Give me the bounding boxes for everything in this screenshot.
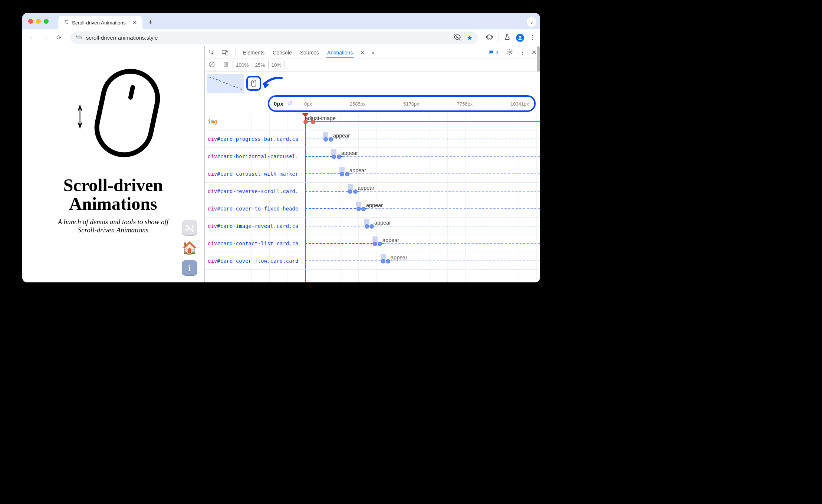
timeline-row[interactable]: div#card-progress-bar.card.caappear <box>205 130 540 148</box>
keyframe-marker[interactable] <box>365 224 369 229</box>
settings-gear-icon[interactable] <box>506 49 513 56</box>
tab-title: Scroll-driven Animations <box>72 20 126 26</box>
mouse-outline-icon <box>89 63 165 163</box>
ruler-ticks: 0px 2585px 5170px 7756px 10341px <box>304 101 529 107</box>
timeline-row[interactable]: div#card-horizontal-carousel.appear <box>205 148 540 165</box>
browser-tab[interactable]: Scroll-driven Animations ✕ <box>58 16 142 29</box>
row-track: appear <box>305 130 540 147</box>
timeline-row[interactable]: imgadjust-image <box>205 113 540 130</box>
window-controls <box>28 19 49 24</box>
keyframe-marker[interactable] <box>373 242 377 246</box>
speed-100[interactable]: 100% <box>233 61 252 69</box>
animations-toolbar: 100% 25% 10% <box>205 59 540 72</box>
tab-console[interactable]: Console <box>272 47 292 58</box>
keyframe-marker[interactable] <box>323 137 328 142</box>
toolbar-divider <box>219 62 219 69</box>
animation-group-thumbnail[interactable] <box>207 74 244 93</box>
keyframe-marker[interactable] <box>381 259 385 263</box>
row-selector-label: img <box>205 119 305 125</box>
devtools-menu-icon[interactable]: ⋮ <box>520 50 525 56</box>
page-title-line2: Animations <box>69 194 157 213</box>
info-button[interactable]: i <box>182 260 197 276</box>
speed-pills: 100% 25% 10% <box>233 61 285 69</box>
keyframe-marker[interactable] <box>340 172 344 176</box>
keyframe-marker[interactable] <box>378 242 382 246</box>
keyframe-marker[interactable] <box>353 189 358 194</box>
tab-overflow-button[interactable]: ⌄ <box>527 17 536 27</box>
animation-name-label: appear <box>341 150 358 156</box>
row-selector-label: div#card-progress-bar.card.ca <box>205 136 305 142</box>
new-tab-button[interactable]: + <box>148 18 153 27</box>
reload-button[interactable]: ⟳ <box>53 32 65 43</box>
svg-point-10 <box>509 51 511 53</box>
maximize-window[interactable] <box>44 19 49 24</box>
animation-name-label: appear <box>333 133 350 139</box>
animation-name-label: appear <box>366 202 383 208</box>
keyframe-marker[interactable] <box>348 189 352 194</box>
labs-icon[interactable] <box>504 33 511 42</box>
animation-name-label: appear <box>358 185 374 191</box>
profile-avatar[interactable] <box>516 34 524 42</box>
timeline-row[interactable]: div#card-carousel-with-markerappear <box>205 165 540 183</box>
overflow-menu-icon[interactable]: ⋮ <box>529 34 536 42</box>
minimize-window[interactable] <box>36 19 41 24</box>
row-selector-label: div#card-cover-flow.card.card <box>205 258 305 264</box>
tick-0: 0px <box>304 101 312 107</box>
row-selector-label: div#card-reverse-scroll.card. <box>205 188 305 194</box>
address-bar[interactable]: scroll-driven-animations.style ★ <box>70 32 478 44</box>
timeline-row[interactable]: div#card-contact-list.card.caappear <box>205 235 540 252</box>
messages-badge[interactable]: 4 <box>487 49 500 56</box>
timeline-row[interactable]: div#card-cover-flow.card.cardappear <box>205 252 540 270</box>
tab-sources[interactable]: Sources <box>299 47 320 58</box>
keyframe-marker[interactable] <box>361 207 366 211</box>
keyframe-marker[interactable] <box>369 224 374 229</box>
speed-10[interactable]: 10% <box>269 61 285 69</box>
scroll-driven-indicator[interactable] <box>246 76 261 91</box>
keyframe-marker[interactable] <box>332 155 336 159</box>
bookmark-star-icon[interactable]: ★ <box>467 34 473 42</box>
home-button[interactable]: 🏠 <box>182 240 197 256</box>
hero-icon: ↕ <box>70 69 157 158</box>
row-selector-label: div#card-cover-to-fixed-heade <box>205 206 305 212</box>
tab-strip: Scroll-driven Animations ✕ + ⌄ <box>22 13 540 29</box>
tab-animations[interactable]: Animations <box>326 47 354 58</box>
animation-timeline[interactable]: imgadjust-imagediv#card-progress-bar.car… <box>205 113 540 282</box>
svg-rect-5 <box>76 38 80 39</box>
ruler-reset-icon[interactable]: ↺ <box>287 100 292 107</box>
devtools-tabs: Elements Console Sources Animations ✕ » … <box>205 46 540 59</box>
keyframe-marker[interactable] <box>345 172 349 176</box>
timeline-row[interactable]: div#card-image-reveal.card.caappear <box>205 218 540 235</box>
pause-icon[interactable] <box>223 62 229 69</box>
timeline-row[interactable]: div#card-reverse-scroll.card.appear <box>205 183 540 200</box>
back-button[interactable]: ← <box>27 32 38 43</box>
animation-name-label: appear <box>374 220 391 226</box>
extensions-icon[interactable] <box>486 33 493 42</box>
speed-25[interactable]: 25% <box>252 61 269 69</box>
close-tab-icon[interactable]: ✕ <box>360 50 365 56</box>
timeline-row[interactable]: div#card-cover-to-fixed-headeappear <box>205 200 540 218</box>
tab-elements[interactable]: Elements <box>242 47 265 58</box>
keyframe-marker[interactable] <box>329 137 333 142</box>
keyframe-marker[interactable] <box>386 259 390 263</box>
device-toggle-icon[interactable] <box>221 49 228 56</box>
site-settings-icon[interactable] <box>76 34 82 41</box>
row-track: appear <box>305 218 540 235</box>
updown-arrow-icon: ↕ <box>75 90 85 137</box>
more-tabs-icon[interactable]: » <box>371 50 374 56</box>
eye-off-icon[interactable] <box>453 33 461 42</box>
keyframe-marker[interactable] <box>337 155 341 159</box>
keyframe-marker[interactable] <box>356 207 361 211</box>
browser-toolbar: ← → ⟳ scroll-driven-animations.style ★ <box>22 29 540 46</box>
page-subtitle-line1: A bunch of demos and tools to show off <box>58 218 168 226</box>
row-track: appear <box>305 165 540 182</box>
close-devtools-icon[interactable]: ✕ <box>532 49 536 56</box>
forward-button[interactable]: → <box>40 32 51 43</box>
svg-line-12 <box>210 63 214 66</box>
inspect-icon[interactable] <box>208 49 215 56</box>
shuffle-button[interactable] <box>182 220 197 236</box>
svg-rect-13 <box>224 63 225 67</box>
close-window[interactable] <box>28 19 33 24</box>
clear-icon[interactable] <box>208 61 215 69</box>
content-area: ↕ Scroll-driven Animations A bunch of de… <box>22 46 540 282</box>
close-tab-icon[interactable]: ✕ <box>132 19 137 26</box>
